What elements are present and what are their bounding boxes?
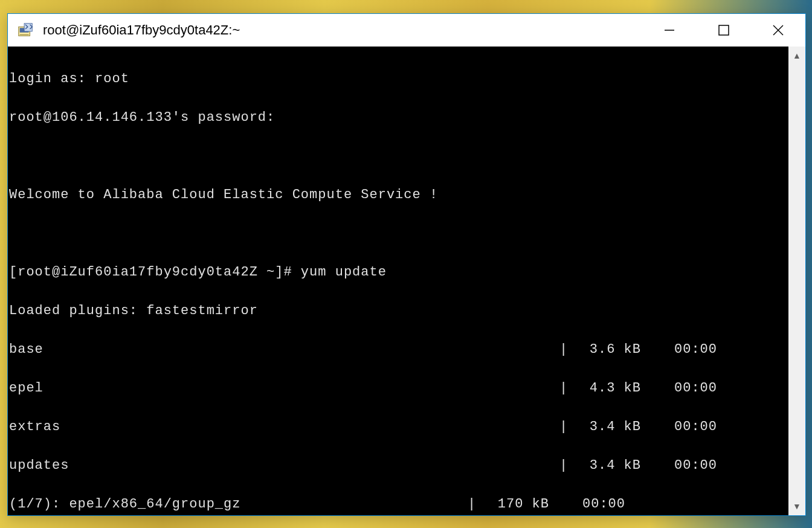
- terminal-line: [9, 147, 788, 166]
- terminal-line: root@106.14.146.133's password:: [9, 108, 788, 127]
- scroll-down-icon[interactable]: ▼: [793, 502, 801, 510]
- terminal-line: [9, 224, 788, 243]
- download-line: (1/7): epel/x86_64/group_gz|170 kB00:00: [9, 495, 788, 514]
- putty-icon: [16, 21, 34, 39]
- minimize-button[interactable]: [642, 14, 697, 47]
- window-controls: [642, 14, 805, 47]
- repo-line: updates|3.4 kB00:00: [9, 456, 788, 475]
- scrollbar[interactable]: ▲ ▼: [788, 47, 805, 515]
- maximize-button[interactable]: [697, 14, 751, 47]
- terminal-line: Welcome to Alibaba Cloud Elastic Compute…: [9, 185, 788, 205]
- window-title: root@iZuf60ia17fby9cdy0ta42Z:~: [43, 22, 642, 38]
- scroll-up-icon[interactable]: ▲: [793, 51, 801, 60]
- terminal-line: Loaded plugins: fastestmirror: [9, 301, 788, 321]
- close-button[interactable]: [751, 14, 805, 47]
- repo-line: epel|4.3 kB00:00: [9, 379, 788, 398]
- terminal-line: [root@iZuf60ia17fby9cdy0ta42Z ~]# yum up…: [9, 263, 788, 282]
- terminal[interactable]: login as: root root@106.14.146.133's pas…: [8, 47, 788, 515]
- repo-line: base|3.6 kB00:00: [9, 340, 788, 359]
- svg-rect-5: [719, 25, 729, 35]
- titlebar[interactable]: root@iZuf60ia17fby9cdy0ta42Z:~: [8, 14, 805, 47]
- terminal-wrap: login as: root root@106.14.146.133's pas…: [8, 47, 805, 515]
- repo-line: extras|3.4 kB00:00: [9, 417, 788, 437]
- terminal-line: login as: root: [9, 69, 788, 89]
- putty-window: root@iZuf60ia17fby9cdy0ta42Z:~ login as:…: [7, 13, 806, 516]
